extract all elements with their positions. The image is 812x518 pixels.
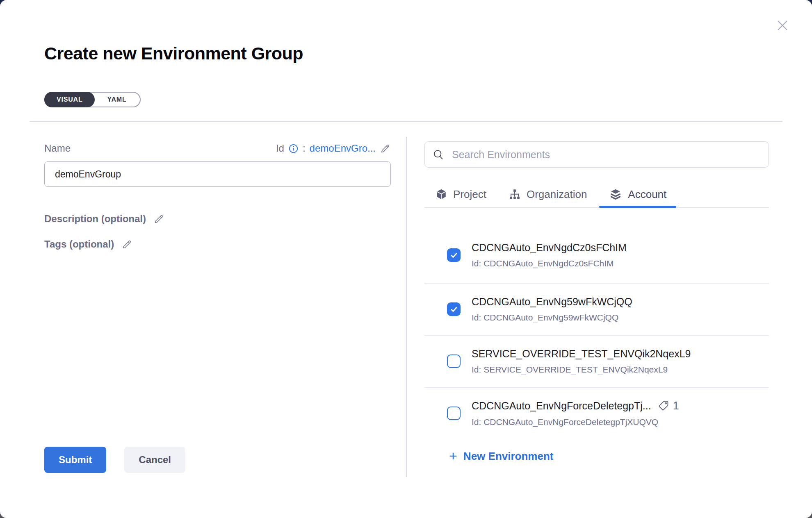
environment-title: CDCNGAuto_EnvNgForceDeletegpTj...: [472, 400, 651, 412]
scope-tabs: Project Organization: [424, 182, 769, 208]
environment-row[interactable]: CDCNGAuto_EnvNg59wFkWCjQQ Id: CDCNGAuto_…: [424, 284, 769, 336]
id-label: Id: [276, 143, 284, 154]
id-value-link[interactable]: demoEnvGro...: [310, 143, 376, 154]
search-box: [424, 141, 769, 168]
environment-info: CDCNGAuto_EnvNgForceDeletegpTj... 1 I: [472, 400, 679, 427]
submit-button[interactable]: Submit: [44, 447, 106, 473]
search-environments-input[interactable]: [451, 148, 761, 161]
environment-title: SERVICE_OVERRIDE_TEST_ENVQik2NqexL9: [472, 348, 691, 360]
environment-row[interactable]: CDCNGAuto_EnvNgForceDeletegpTj... 1 I: [424, 388, 769, 429]
environment-checkbox[interactable]: [447, 302, 461, 316]
pane-divider: [406, 137, 407, 477]
environment-checkbox[interactable]: [447, 248, 461, 262]
close-button[interactable]: [773, 16, 791, 34]
close-icon: [775, 18, 790, 33]
check-icon: [448, 249, 460, 261]
org-chart-icon: [509, 188, 521, 200]
new-environment-button[interactable]: + New Environment: [449, 450, 553, 463]
environment-id: Id: CDCNGAuto_EnvNg59wFkWCjQQ: [472, 313, 632, 323]
environment-id: Id: SERVICE_OVERRIDE_TEST_ENVQik2NqexL9: [472, 365, 691, 375]
environment-checkbox[interactable]: [447, 407, 461, 420]
environment-list: CDCNGAuto_EnvNgdCz0sFChIM Id: CDCNGAuto_…: [424, 208, 769, 429]
environment-id: Id: CDCNGAuto_EnvNgForceDeletegpTjXUQVQ: [472, 417, 679, 427]
environment-info: SERVICE_OVERRIDE_TEST_ENVQik2NqexL9 Id: …: [472, 348, 691, 375]
environment-row[interactable]: SERVICE_OVERRIDE_TEST_ENVQik2NqexL9 Id: …: [424, 336, 769, 388]
tag-badge: 1: [658, 400, 679, 412]
layers-icon: [609, 188, 622, 201]
action-buttons: Submit Cancel: [44, 447, 185, 473]
tab-organization[interactable]: Organization: [509, 182, 587, 207]
edit-description-icon[interactable]: [153, 214, 164, 225]
environment-title: CDCNGAuto_EnvNgdCz0sFChIM: [472, 242, 627, 254]
description-row: Description (optional): [44, 213, 391, 225]
toggle-yaml[interactable]: YAML: [94, 92, 139, 107]
environment-info: CDCNGAuto_EnvNgdCz0sFChIM Id: CDCNGAuto_…: [472, 242, 627, 268]
id-group: Id : demoEnvGro...: [276, 143, 391, 154]
header-divider: [30, 121, 782, 122]
visual-yaml-toggle: VISUAL YAML: [44, 92, 141, 107]
tag-icon: [658, 400, 670, 412]
tab-project[interactable]: Project: [435, 182, 486, 207]
name-input[interactable]: [44, 161, 391, 187]
name-label: Name: [44, 143, 71, 154]
tab-account-label: Account: [628, 188, 666, 201]
environment-title: CDCNGAuto_EnvNg59wFkWCjQQ: [472, 296, 632, 308]
toggle-visual[interactable]: VISUAL: [44, 92, 95, 107]
tags-row: Tags (optional): [44, 239, 391, 250]
name-id-row: Name Id : demoEnvGro...: [44, 143, 391, 154]
tab-project-label: Project: [453, 188, 486, 201]
create-environment-group-modal: Create new Environment Group VISUAL YAML…: [0, 0, 812, 518]
cube-icon: [435, 188, 447, 200]
tags-label: Tags (optional): [44, 239, 114, 250]
id-separator: :: [303, 143, 306, 154]
tag-count: 1: [673, 400, 679, 412]
check-icon: [448, 303, 460, 315]
environment-id: Id: CDCNGAuto_EnvNgdCz0sFChIM: [472, 259, 627, 268]
cancel-button[interactable]: Cancel: [124, 447, 185, 473]
info-icon[interactable]: [288, 143, 299, 154]
environment-checkbox[interactable]: [447, 354, 461, 368]
edit-tags-icon[interactable]: [121, 239, 132, 250]
new-environment-label: New Environment: [463, 450, 554, 463]
tab-organization-label: Organization: [527, 188, 587, 201]
tab-account[interactable]: Account: [609, 182, 666, 207]
search-icon: [433, 149, 444, 160]
page-title: Create new Environment Group: [44, 43, 303, 64]
environments-pane: Project Organization: [424, 141, 769, 429]
environment-info: CDCNGAuto_EnvNg59wFkWCjQQ Id: CDCNGAuto_…: [472, 296, 632, 323]
description-label: Description (optional): [44, 213, 146, 225]
environment-row[interactable]: CDCNGAuto_EnvNgdCz0sFChIM Id: CDCNGAuto_…: [424, 208, 769, 284]
edit-id-icon[interactable]: [380, 143, 391, 154]
plus-icon: +: [449, 449, 457, 463]
form-pane: Name Id : demoEnvGro...: [44, 143, 391, 250]
